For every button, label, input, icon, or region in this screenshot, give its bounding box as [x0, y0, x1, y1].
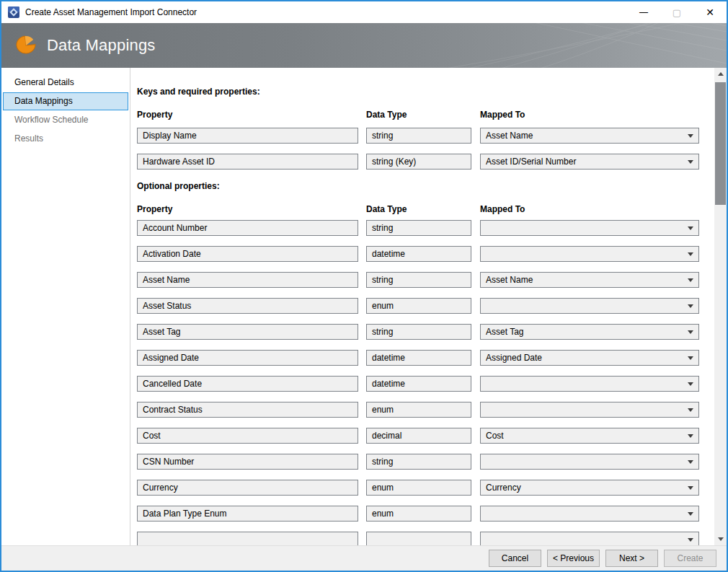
column-header-data-type: Data Type: [366, 204, 471, 214]
scrollbar-down-button[interactable]: [714, 533, 727, 545]
mapped-to-dropdown[interactable]: Asset ID/Serial Number: [480, 154, 699, 170]
mapped-to-value: Currency: [486, 483, 521, 493]
property-box: Asset Status: [137, 298, 358, 314]
column-header-property: Property: [137, 110, 358, 120]
scrollbar-thumb[interactable]: [715, 82, 726, 205]
mapping-row: Display Name string Asset Name: [137, 128, 714, 144]
mapped-to-dropdown[interactable]: [480, 376, 699, 392]
datatype-box: enum: [366, 480, 471, 496]
property-box: Display Name: [137, 128, 358, 144]
mapped-to-dropdown[interactable]: Asset Tag: [480, 324, 699, 340]
mapped-to-value: Asset Name: [486, 131, 533, 141]
vertical-scrollbar[interactable]: [714, 68, 727, 545]
datatype-box: decimal: [366, 428, 471, 444]
previous-button[interactable]: < Previous: [547, 550, 600, 567]
mapped-to-value: Cost: [486, 431, 504, 441]
mapped-to-dropdown[interactable]: [480, 402, 699, 418]
arrow-up-icon: [718, 72, 724, 76]
window-controls: — ▢ ✕: [627, 1, 727, 23]
mapping-row: Asset Name string Asset Name: [137, 272, 714, 288]
mapped-to-value: Assigned Date: [486, 353, 542, 363]
property-box: Cost: [137, 428, 358, 444]
app-icon: [7, 6, 20, 19]
column-header-property: Property: [137, 204, 358, 214]
chevron-down-icon: [688, 408, 693, 412]
mapping-row: CSN Number string: [137, 454, 714, 470]
required-rows: Display Name string Asset Name Hardware …: [137, 128, 714, 170]
sidebar-item-results[interactable]: Results: [3, 130, 128, 148]
property-box: Asset Name: [137, 272, 358, 288]
mapping-row: Hardware Asset ID string (Key) Asset ID/…: [137, 154, 714, 170]
page-banner: Data Mappings: [1, 23, 727, 68]
chevron-down-icon: [688, 330, 693, 334]
close-icon[interactable]: ✕: [693, 1, 727, 23]
mapped-to-dropdown[interactable]: [480, 506, 699, 522]
mapping-row: Account Number string: [137, 220, 714, 236]
mapping-row: Activation Date datetime: [137, 246, 714, 262]
chevron-down-icon: [688, 160, 693, 164]
wizard-nav-sidebar: General Details Data Mappings Workflow S…: [1, 68, 130, 545]
mapped-to-dropdown[interactable]: Cost: [480, 428, 699, 444]
mapping-row-clipped: [137, 532, 714, 545]
optional-column-headers: Property Data Type Mapped To: [137, 204, 714, 214]
optional-section-heading: Optional properties:: [137, 181, 714, 191]
column-header-mapped-to: Mapped To: [480, 110, 699, 120]
chevron-down-icon: [688, 460, 693, 464]
chevron-down-icon: [688, 304, 693, 308]
property-box: Asset Tag: [137, 324, 358, 340]
sidebar-item-workflow-schedule[interactable]: Workflow Schedule: [3, 111, 128, 129]
mapping-row: Asset Tag string Asset Tag: [137, 324, 714, 340]
chevron-down-icon: [688, 512, 693, 516]
wizard-button-bar: Cancel < Previous Next > Create: [1, 545, 727, 571]
property-box: Contract Status: [137, 402, 358, 418]
mapped-to-dropdown[interactable]: [480, 532, 699, 545]
datatype-box: enum: [366, 298, 471, 314]
minimize-icon[interactable]: —: [627, 1, 660, 23]
mapping-row: Assigned Date datetime Assigned Date: [137, 350, 714, 366]
mapped-to-dropdown[interactable]: Asset Name: [480, 272, 699, 288]
sidebar-item-general-details[interactable]: General Details: [3, 74, 128, 92]
mapped-to-value: Asset Tag: [486, 327, 523, 337]
page-title: Data Mappings: [47, 36, 156, 55]
mapping-row: Cancelled Date datetime: [137, 376, 714, 392]
datatype-box: string: [366, 220, 471, 236]
mapped-to-dropdown[interactable]: [480, 220, 699, 236]
title-bar: Create Asset Management Import Connector…: [1, 1, 727, 23]
datatype-box: string: [366, 324, 471, 340]
scrollbar-up-button[interactable]: [714, 68, 727, 80]
mapped-to-dropdown[interactable]: [480, 246, 699, 262]
datatype-box: datetime: [366, 350, 471, 366]
chevron-down-icon: [688, 538, 693, 542]
chevron-down-icon: [688, 382, 693, 386]
window-title: Create Asset Management Import Connector: [25, 7, 627, 17]
create-button: Create: [664, 550, 716, 567]
datatype-box: datetime: [366, 376, 471, 392]
datatype-box: [366, 532, 471, 545]
chevron-down-icon: [688, 134, 693, 138]
chevron-down-icon: [688, 226, 693, 230]
property-box: Cancelled Date: [137, 376, 358, 392]
cancel-button[interactable]: Cancel: [489, 550, 541, 567]
mapped-to-dropdown[interactable]: Asset Name: [480, 128, 699, 144]
property-box: CSN Number: [137, 454, 358, 470]
datatype-box: datetime: [366, 246, 471, 262]
scrollbar-track[interactable]: [714, 80, 727, 533]
sidebar-item-data-mappings[interactable]: Data Mappings: [3, 92, 128, 110]
datatype-box: enum: [366, 506, 471, 522]
mapping-row: Cost decimal Cost: [137, 428, 714, 444]
datatype-box: string: [366, 128, 471, 144]
property-box: [137, 532, 358, 545]
property-box: Currency: [137, 480, 358, 496]
mapped-to-dropdown[interactable]: Currency: [480, 480, 699, 496]
mapped-to-dropdown[interactable]: [480, 298, 699, 314]
next-button[interactable]: Next >: [605, 550, 658, 567]
mapped-to-dropdown[interactable]: [480, 454, 699, 470]
datatype-box: string: [366, 454, 471, 470]
property-box: Assigned Date: [137, 350, 358, 366]
mapping-row: Contract Status enum: [137, 402, 714, 418]
mapped-to-dropdown[interactable]: Assigned Date: [480, 350, 699, 366]
dialog-window: Create Asset Management Import Connector…: [0, 0, 728, 572]
column-header-data-type: Data Type: [366, 110, 471, 120]
property-box: Hardware Asset ID: [137, 154, 358, 170]
mapping-row: Asset Status enum: [137, 298, 714, 314]
